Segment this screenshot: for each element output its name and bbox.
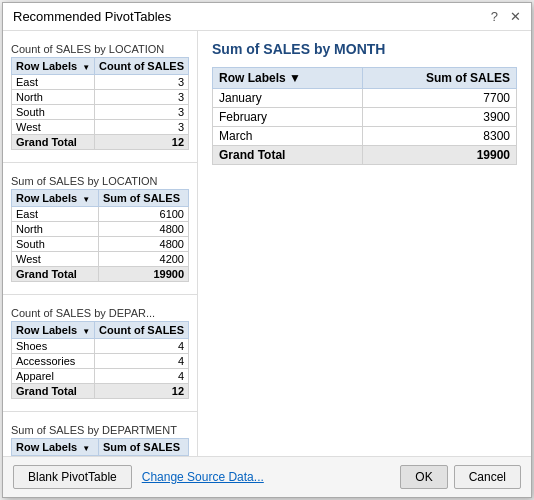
pivot-table-2: Row Labels ▼ Sum of SALES East 6100 Nort… — [11, 189, 189, 282]
col-header-row-labels-2: Row Labels ▼ — [12, 190, 99, 207]
col-header-sum-2: Sum of SALES — [98, 190, 188, 207]
footer-left: Blank PivotTable Change Source Data... — [13, 465, 264, 489]
dropdown-arrow-3[interactable]: ▼ — [82, 327, 90, 336]
footer: Blank PivotTable Change Source Data... O… — [3, 456, 531, 497]
grand-total-row-1: Grand Total 12 — [12, 135, 189, 150]
table-row: West 3 — [12, 120, 189, 135]
table-row: South 4800 — [12, 237, 189, 252]
section-4-label[interactable]: Sum of SALES by DEPARTMENT — [11, 420, 189, 438]
table-row: North 3 — [12, 90, 189, 105]
table-row: West 4200 — [12, 252, 189, 267]
blank-pivot-table-button[interactable]: Blank PivotTable — [13, 465, 132, 489]
table-row: East 3 — [12, 75, 189, 90]
col-header-count-3: Count of SALES — [95, 322, 189, 339]
col-header-sum-4: Sum of SALES — [98, 439, 188, 456]
pivot-table-1: Row Labels ▼ Count of SALES East 3 North… — [11, 57, 189, 150]
table-row: Accessories 4 — [12, 354, 189, 369]
dropdown-arrow-2[interactable]: ▼ — [82, 195, 90, 204]
grand-total-row-2: Grand Total 19900 — [12, 267, 189, 282]
section-3-label[interactable]: Count of SALES by DEPAR... — [11, 303, 189, 321]
dropdown-arrow-4[interactable]: ▼ — [82, 444, 90, 453]
right-pivot-table: Row Labels ▼ Sum of SALES January 7700 F… — [212, 67, 517, 165]
table-row: Shoes 4 — [12, 339, 189, 354]
table-row: East 6100 — [12, 207, 189, 222]
cancel-button[interactable]: Cancel — [454, 465, 521, 489]
right-panel-title: Sum of SALES by MONTH — [212, 41, 517, 57]
right-col-header-row-labels: Row Labels ▼ — [213, 68, 363, 89]
right-grand-total-row: Grand Total 19900 — [213, 146, 517, 165]
right-dropdown-arrow[interactable]: ▼ — [289, 71, 301, 85]
col-header-row-labels-4: Row Labels ▼ — [12, 439, 99, 456]
table-row: March 8300 — [213, 127, 517, 146]
recommended-pivot-tables-dialog: Recommended PivotTables ? ✕ Count of SAL… — [2, 2, 532, 498]
table-row: Apparel 4 — [12, 369, 189, 384]
table-row: February 3900 — [213, 108, 517, 127]
left-section-1: Count of SALES by LOCATION Row Labels ▼ … — [3, 35, 197, 158]
section-1-label[interactable]: Count of SALES by LOCATION — [11, 39, 189, 57]
pivot-table-3: Row Labels ▼ Count of SALES Shoes 4 Acce… — [11, 321, 189, 399]
left-section-3: Count of SALES by DEPAR... Row Labels ▼ … — [3, 299, 197, 407]
col-header-row-labels-1: Row Labels ▼ — [12, 58, 95, 75]
left-section-2: Sum of SALES by LOCATION Row Labels ▼ Su… — [3, 167, 197, 290]
table-row: South 3 — [12, 105, 189, 120]
grand-total-row-3: Grand Total 12 — [12, 384, 189, 399]
right-col-header-sum: Sum of SALES — [363, 68, 517, 89]
table-row: January 7700 — [213, 89, 517, 108]
help-button[interactable]: ? — [491, 9, 498, 24]
footer-right: OK Cancel — [400, 465, 521, 489]
right-panel: Sum of SALES by MONTH Row Labels ▼ Sum o… — [198, 31, 531, 456]
left-panel[interactable]: Count of SALES by LOCATION Row Labels ▼ … — [3, 31, 198, 456]
content-area: Count of SALES by LOCATION Row Labels ▼ … — [3, 31, 531, 456]
section-2-label[interactable]: Sum of SALES by LOCATION — [11, 171, 189, 189]
left-section-4: Sum of SALES by DEPARTMENT Row Labels ▼ … — [3, 416, 197, 456]
col-header-count-1: Count of SALES — [95, 58, 189, 75]
close-button[interactable]: ✕ — [510, 9, 521, 24]
change-source-data-button[interactable]: Change Source Data... — [142, 470, 264, 484]
dialog-title: Recommended PivotTables — [13, 9, 171, 24]
title-bar: Recommended PivotTables ? ✕ — [3, 3, 531, 31]
title-bar-controls: ? ✕ — [491, 9, 521, 24]
table-row: North 4800 — [12, 222, 189, 237]
col-header-row-labels-3: Row Labels ▼ — [12, 322, 95, 339]
dropdown-arrow-1[interactable]: ▼ — [82, 63, 90, 72]
pivot-table-4: Row Labels ▼ Sum of SALES — [11, 438, 189, 456]
ok-button[interactable]: OK — [400, 465, 447, 489]
